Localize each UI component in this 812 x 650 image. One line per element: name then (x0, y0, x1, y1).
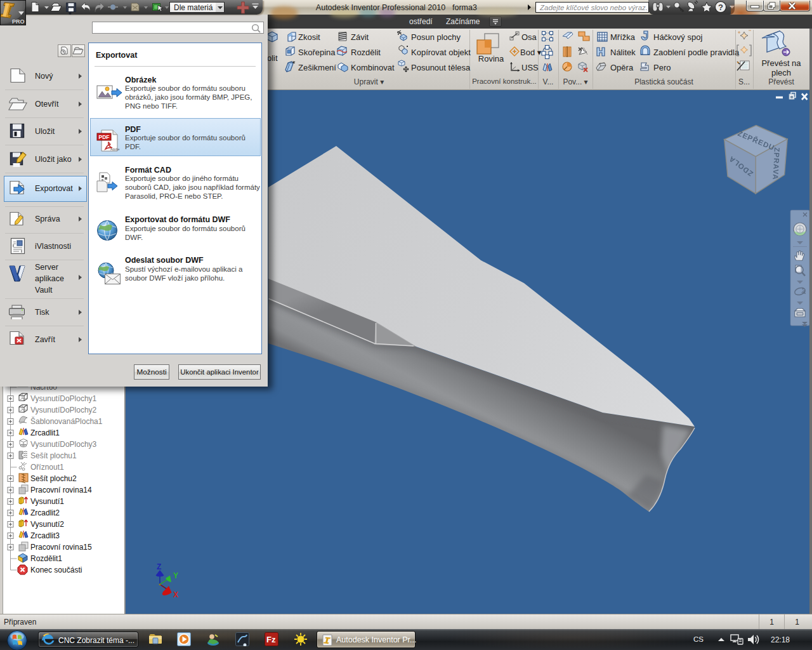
svg-text:Y: Y (173, 571, 178, 580)
svg-text:Adobe: Adobe (110, 147, 120, 151)
svg-text:VysunutíDoPlochy2: VysunutíDoPlochy2 (30, 406, 97, 415)
svg-text:Vysunutí1: Vysunutí1 (30, 497, 64, 506)
svg-text:VysunutíDoPlochy1: VysunutíDoPlochy1 (30, 394, 97, 403)
svg-text:?: ? (718, 3, 723, 12)
svg-text:Zrcadlit3: Zrcadlit3 (30, 531, 60, 540)
svg-text:Zadejte klíčové slovo nebo výr: Zadejte klíčové slovo nebo výraz. (539, 4, 648, 11)
svg-text:Rozdělit1: Rozdělit1 (30, 554, 62, 563)
svg-text:PDF: PDF (99, 134, 110, 140)
svg-text:Sešít plochu2: Sešít plochu2 (30, 474, 77, 483)
svg-text:Fz: Fz (266, 635, 276, 644)
svg-text:X: X (173, 590, 178, 599)
svg-text:Oříznout1: Oříznout1 (30, 463, 64, 472)
svg-text:VysunutíDoPlochy3: VysunutíDoPlochy3 (30, 440, 97, 449)
svg-text:Sešít plochu1: Sešít plochu1 (30, 451, 77, 460)
svg-text:Pracovní rovina14: Pracovní rovina14 (30, 486, 92, 494)
svg-text:PRO: PRO (12, 18, 25, 25)
svg-text:ŠablonovanáPlocha1: ŠablonovanáPlocha1 (30, 416, 103, 426)
svg-text:Z: Z (157, 562, 161, 571)
svg-text:Zrcadlit1: Zrcadlit1 (30, 428, 60, 437)
svg-text:Pracovní rovina15: Pracovní rovina15 (30, 543, 92, 552)
svg-text:Konec součásti: Konec součásti (30, 566, 82, 574)
svg-text:Vysunutí2: Vysunutí2 (30, 520, 64, 529)
svg-text:Zrcadlit2: Zrcadlit2 (30, 508, 60, 517)
